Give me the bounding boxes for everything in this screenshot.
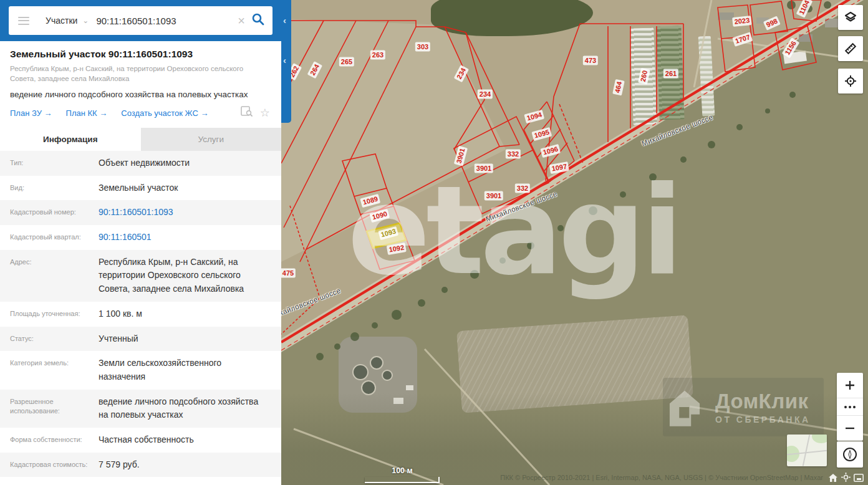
parcel-labels-layer: 262 264 265 263 303 234 234 473 464 260 … [281,0,868,485]
target-icon [843,74,858,89]
parcel-label[interactable]: 1090 [369,209,390,223]
parcel-label[interactable]: 234 [454,65,470,83]
road-label: Михайловское шоссе [640,113,714,148]
info-row-determination-date: дата определения: 15.03.2018 [0,477,281,485]
parcel-label[interactable]: 2023 [732,16,752,27]
zoom-level-button[interactable] [837,398,863,415]
create-zhs-link[interactable]: Создать участок ЖС → [121,108,208,118]
parcel-label[interactable]: 1097 [549,161,570,174]
cadastral-block-link[interactable]: 90:11:160501 [99,231,152,244]
map-canvas[interactable]: etagi ДомКлик ОТ СБЕРБАНКА 262 264 265 2… [281,0,868,485]
search-category-dropdown[interactable]: Участки [46,16,77,26]
parcel-label[interactable]: 3901 [485,191,503,201]
info-row-label: Кадастровый квартал: [10,231,99,242]
parcel-label[interactable]: 1156 [782,37,800,58]
parcel-label[interactable]: 263 [370,50,385,60]
parcel-label[interactable]: 264 [307,61,323,79]
info-row-value: ведение личного подсобного хозяйства на … [99,395,270,422]
collapse-chevron-icon: ‹ [283,16,286,25]
parcel-label[interactable]: 1094 [524,110,544,123]
parcel-label[interactable]: 303 [415,42,430,52]
info-row-label: дата определения: [10,483,99,485]
chevron-down-icon: ⌄ [82,16,89,25]
selected-parcel-label[interactable]: 1093 [378,226,398,240]
search-icon [251,12,265,26]
zoom-out-button[interactable] [837,415,863,441]
info-row-value: 1 100 кв. м [99,307,142,321]
search-submit-button[interactable] [251,12,265,29]
info-row-permitted-use: Разрешенное использование: ведение лично… [0,390,281,428]
panel-collapse-tab[interactable]: ‹ ‹ [281,0,291,123]
info-row-ownership: Форма собственности: Частная собственнос… [0,428,281,453]
parcel-label[interactable]: 473 [583,56,598,65]
minus-icon [844,423,856,434]
object-title: Земельный участок 90:11:160501:1093 [10,49,270,60]
info-row-value: 15.03.2018 [99,483,142,485]
search-header: Участки ⌄ × [0,0,281,41]
plan-zu-link[interactable]: План ЗУ → [10,108,52,118]
parcel-label[interactable]: 1095 [531,127,552,141]
plan-kk-link[interactable]: План КК → [66,108,108,118]
parcel-label[interactable]: 332 [515,184,530,193]
parcel-label[interactable]: 3901 [454,145,468,166]
info-row-type: Тип: Объект недвижимости [0,151,281,176]
parcel-label[interactable]: 332 [506,150,521,159]
clear-search-icon[interactable]: × [238,14,245,27]
info-row-status: Статус: Учтенный [0,327,281,352]
object-summary: Земельный участок 90:11:160501:1093 Респ… [0,41,281,120]
info-row-land-category: Категория земель: Земли сельскохозяйстве… [0,351,281,389]
parcel-label[interactable]: 3901 [475,164,493,173]
home-icon[interactable] [829,474,837,482]
info-row-cadastral-value: Кадастровая стоимость: 7 579 руб. [0,453,281,478]
parcel-label[interactable]: 260 [638,68,650,85]
menu-hamburger-icon[interactable] [18,17,29,25]
scale-label: 100 м [365,466,440,475]
info-row-label: Тип: [10,156,99,168]
parcel-label[interactable]: 998 [763,16,781,31]
parcel-label[interactable]: 1707 [732,32,753,47]
locate-icon[interactable] [841,473,851,482]
info-row-value: Учтенный [99,332,138,346]
parcel-label[interactable]: 464 [612,79,625,96]
zoom-in-button[interactable] [837,373,863,398]
parcel-label[interactable]: 475 [281,269,296,278]
zoom-control-group [837,373,863,441]
minimap-road [803,435,811,466]
compass-button[interactable] [837,441,863,468]
info-row-value: 7 579 руб. [99,458,140,472]
info-row-cadastral-block: Кадастровый квартал: 90:11:160501 [0,225,281,250]
object-usage-text: ведение личного подсобного хозяйства на … [10,90,270,99]
info-row-label: Статус: [10,332,99,343]
info-row-value: Земли сельскохозяйственного назначения [99,357,270,383]
parcel-label[interactable]: 234 [478,90,493,99]
favorite-star-icon[interactable]: ☆ [260,106,270,120]
cadastral-number-link[interactable]: 90:11:160501:1093 [99,206,173,219]
tab-services[interactable]: Услуги [141,128,282,151]
tab-information[interactable]: Информация [0,128,141,151]
parcel-label[interactable]: 1092 [387,242,407,255]
info-row-kind: Вид: Земельный участок [0,176,281,201]
info-row-label: Адрес: [10,256,99,267]
search-input[interactable] [95,15,233,27]
overview-minimap[interactable] [787,435,827,466]
parcel-label[interactable]: 261 [663,69,678,79]
ruler-icon [843,41,858,56]
object-action-links: План ЗУ → План КК → Создать участок ЖС →… [10,106,270,120]
parcel-label[interactable]: 265 [339,57,354,67]
minimap-green-area [812,435,827,443]
parcel-label[interactable]: 1096 [540,144,561,158]
compass-icon [842,446,858,463]
info-row-label: Форма собственности: [10,433,99,444]
info-row-label: Кадастровая стоимость: [10,458,99,469]
info-row-label: Кадастровый номер: [10,206,99,217]
fullscreen-icon[interactable] [854,474,864,482]
parcel-label[interactable]: 1089 [360,194,380,208]
map-attribution: ПКК © Росреестр 2010-2021 | Esri, Interm… [500,474,823,481]
layers-button[interactable] [838,5,863,30]
coordinates-button[interactable] [838,69,863,94]
measure-button[interactable] [838,36,863,61]
collapse-chevron-icon: ‹ [283,55,286,65]
doc-search-icon [241,106,253,117]
parcel-label[interactable]: 1104 [796,0,813,18]
preview-document-icon[interactable] [241,106,253,120]
